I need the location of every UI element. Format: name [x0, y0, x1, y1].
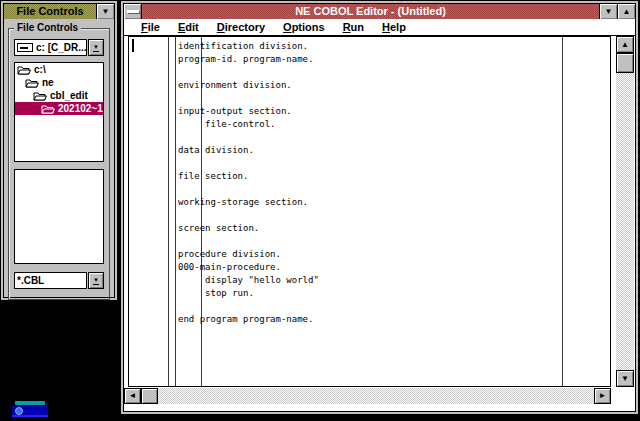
code-editor[interactable]: identification division. program-id. pro… — [128, 36, 611, 387]
scroll-right-icon: ► — [599, 392, 607, 400]
drive-icon — [17, 43, 33, 52]
column-guide-line — [562, 37, 563, 386]
horizontal-scroll-thumb[interactable] — [141, 388, 158, 404]
file-listbox[interactable] — [14, 169, 104, 264]
menu-bar: FileEditDirectoryOptionsRunHelp — [124, 19, 635, 36]
maximize-button[interactable]: ▲ — [617, 4, 635, 19]
editor-window: NE COBOL Editor - (Untitled) ▼ ▲ FileEdi… — [120, 0, 639, 415]
minimize-button[interactable]: ▼ — [96, 4, 114, 19]
minimize-button[interactable]: ▼ — [599, 4, 617, 19]
minimized-icon-body — [12, 406, 48, 417]
menu-run[interactable]: Run — [334, 21, 373, 33]
tree-item-label: c:\ — [34, 64, 46, 75]
folder-open-icon — [25, 78, 39, 88]
editor-title: NE COBOL Editor - (Untitled) — [142, 4, 599, 19]
tree-item-c[interactable]: c:\ — [15, 63, 103, 76]
control-menu-icon — [127, 10, 139, 13]
file-controls-title: File Controls — [4, 4, 96, 19]
control-menu-button[interactable] — [124, 4, 142, 19]
directory-tree-listbox[interactable]: c:\necbl_edit202102~1 — [14, 62, 104, 162]
maximize-icon: ▲ — [623, 8, 631, 16]
file-controls-body: File Controls c: [C_DR...] ▼ c:\necbl_ed… — [4, 19, 114, 300]
tree-item-label: ne — [42, 77, 54, 88]
tree-item-label: 202102~1 — [58, 103, 103, 114]
minimized-icon-titlebar — [15, 401, 45, 405]
folder-open-icon — [33, 91, 47, 101]
drive-combo-dropdown-button[interactable]: ▼ — [88, 39, 104, 56]
drive-combo[interactable]: c: [C_DR...] — [14, 39, 87, 56]
menu-edit[interactable]: Edit — [169, 21, 208, 33]
tree-item-cbledit[interactable]: cbl_edit — [15, 89, 103, 102]
scroll-down-button[interactable]: ▼ — [616, 370, 634, 387]
dropdown-arrow-icon: ▼ — [93, 277, 99, 285]
menu-directory[interactable]: Directory — [208, 21, 274, 33]
horizontal-scroll-track[interactable] — [158, 388, 594, 404]
folder-open-icon — [41, 104, 55, 114]
tree-item-label: cbl_edit — [50, 90, 88, 101]
drive-combo-value: c: [C_DR...] — [36, 42, 87, 53]
vertical-scroll-thumb[interactable] — [616, 53, 634, 73]
menu-options[interactable]: Options — [274, 21, 334, 33]
vertical-scroll-track[interactable] — [616, 73, 634, 370]
groupbox-label: File Controls — [14, 22, 81, 33]
filter-dropdown-button[interactable]: ▼ — [88, 272, 104, 289]
editor-client-area: identification division. program-id. pro… — [124, 36, 635, 411]
file-controls-window: File Controls ▼ File Controls c: [C_DR..… — [0, 0, 118, 301]
scroll-right-button[interactable]: ► — [594, 388, 611, 404]
file-controls-titlebar[interactable]: File Controls ▼ — [4, 4, 114, 19]
file-controls-groupbox: File Controls c: [C_DR...] ▼ c:\necbl_ed… — [8, 28, 110, 300]
code-text: identification division. program-id. pro… — [178, 40, 319, 326]
minimize-icon: ▼ — [102, 8, 110, 16]
dropdown-arrow-icon: ▼ — [93, 44, 99, 52]
scroll-up-icon: ▲ — [621, 41, 629, 49]
editor-titlebar[interactable]: NE COBOL Editor - (Untitled) ▼ ▲ — [124, 4, 635, 19]
tree-item-2021021[interactable]: 202102~1 — [15, 102, 103, 115]
text-caret — [132, 39, 134, 52]
scroll-left-icon: ◄ — [129, 392, 137, 400]
minimize-icon: ▼ — [605, 8, 613, 16]
horizontal-scrollbar[interactable]: ◄ ► — [124, 388, 611, 404]
vertical-scrollbar[interactable]: ▲ ▼ — [616, 36, 634, 387]
scroll-up-button[interactable]: ▲ — [616, 36, 634, 53]
column-guide-line — [168, 37, 169, 386]
minimized-app-icon[interactable] — [12, 401, 48, 421]
folder-open-icon — [17, 65, 31, 75]
column-guide-line — [175, 37, 176, 386]
filter-input[interactable]: *.CBL — [14, 272, 87, 289]
menu-file[interactable]: File — [132, 21, 169, 33]
scroll-down-icon: ▼ — [621, 375, 629, 383]
tree-item-ne[interactable]: ne — [15, 76, 103, 89]
menu-help[interactable]: Help — [373, 21, 415, 33]
filter-value: *.CBL — [17, 275, 44, 286]
scroll-left-button[interactable]: ◄ — [124, 388, 141, 404]
minimized-icon-glyph — [15, 407, 23, 415]
